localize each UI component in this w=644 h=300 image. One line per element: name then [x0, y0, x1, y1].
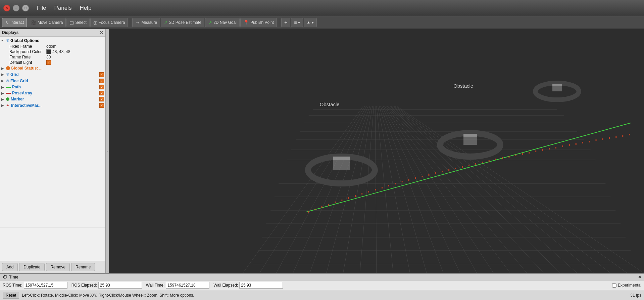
- marker-label: Marker: [11, 97, 99, 101]
- svg-rect-90: [629, 134, 630, 135]
- wall-time-input[interactable]: [166, 282, 209, 289]
- wall-elapsed-input[interactable]: [239, 282, 283, 289]
- focus-camera-button[interactable]: Focus Camera: [90, 18, 128, 27]
- interactive-marker-item[interactable]: ▶ ✦ InteractiveMar... ✓: [0, 102, 105, 109]
- ros-elapsed-label: ROS Elapsed:: [71, 283, 97, 288]
- panel-resize-handle[interactable]: ▸: [106, 29, 109, 273]
- path-checkbox[interactable]: ✓: [99, 85, 104, 89]
- close-button[interactable]: ✕: [3, 5, 10, 11]
- svg-rect-81: [569, 144, 570, 146]
- duplicate-button[interactable]: Duplicate: [19, 263, 45, 271]
- svg-text:Obstacle: Obstacle: [320, 101, 340, 107]
- reset-button[interactable]: Reset: [3, 292, 19, 299]
- publish-point-label: Publish Point: [250, 20, 274, 25]
- separator-2: [279, 18, 279, 27]
- hint-text-3: Right-Click/Mouse Wheel:: Zoom.: [98, 293, 158, 298]
- marker-checkbox[interactable]: ✓: [99, 97, 104, 101]
- publish-icon: 📍: [243, 20, 249, 25]
- svg-rect-59: [422, 176, 423, 177]
- wall-elapsed-field: Wall Elapsed:: [213, 282, 283, 289]
- nav-goal-label: 2D Nav Goal: [213, 20, 237, 25]
- grid-item[interactable]: ▶ ❄ Grid ✓: [0, 71, 105, 78]
- separator-1: [130, 18, 130, 27]
- pose-array-checkbox[interactable]: ✓: [99, 91, 104, 95]
- add-axes-button[interactable]: [281, 18, 290, 27]
- grid-checkbox[interactable]: ✓: [99, 72, 104, 77]
- add-button[interactable]: Add: [2, 263, 18, 271]
- move-camera-button[interactable]: 🎥 Move Camera: [28, 18, 66, 27]
- maximize-button[interactable]: □: [22, 5, 29, 11]
- panel-buttons: Add Duplicate Remove Rename: [0, 261, 105, 273]
- fine-grid-label: Fine Grid: [10, 79, 99, 83]
- path-item[interactable]: ▶ Path ✓: [0, 84, 105, 90]
- color-swatch: [46, 49, 51, 54]
- fine-grid-item[interactable]: ▶ ❄ Fine Grid ✓: [0, 78, 105, 84]
- svg-rect-56: [402, 181, 403, 182]
- menu-panels[interactable]: Panels: [54, 5, 71, 11]
- interactive-marker-checkbox[interactable]: ✓: [99, 103, 104, 108]
- interact-button[interactable]: Interact: [2, 18, 27, 27]
- wall-time-field: Wall Time:: [146, 282, 210, 289]
- lines-icon: [294, 20, 297, 25]
- snowflake-icon: ❄: [6, 38, 10, 43]
- pose-estimate-button[interactable]: 2D Pose Estimate: [161, 18, 204, 27]
- rename-button[interactable]: Rename: [71, 263, 95, 271]
- view-button[interactable]: [304, 18, 317, 27]
- pose-array-label: PoseArray: [12, 91, 99, 95]
- svg-rect-96: [463, 134, 477, 137]
- svg-rect-75: [529, 152, 530, 154]
- toolbar: Interact 🎥 Move Camera Select Focus Came…: [0, 16, 644, 29]
- svg-rect-58: [415, 177, 416, 179]
- remove-button[interactable]: Remove: [46, 263, 70, 271]
- svg-rect-63: [448, 169, 449, 171]
- expand-arrow-grid: ▶: [1, 73, 5, 76]
- select-icon: [69, 20, 74, 25]
- ros-time-input[interactable]: [24, 282, 67, 289]
- time-close[interactable]: ✕: [638, 275, 641, 280]
- time-header: ⏱ Time ✕: [0, 274, 644, 281]
- pose-icon: [164, 20, 168, 25]
- menu-help[interactable]: Help: [80, 5, 91, 11]
- svg-rect-76: [535, 151, 536, 152]
- svg-rect-66: [468, 165, 469, 166]
- minimize-button[interactable]: –: [13, 5, 19, 11]
- expand-arrow: ▾: [1, 39, 5, 42]
- marker-item[interactable]: ▶ Marker ✓: [0, 96, 105, 102]
- svg-rect-61: [435, 172, 436, 174]
- svg-rect-71: [502, 157, 503, 159]
- nav-goal-button[interactable]: 2D Nav Goal: [205, 18, 240, 27]
- publish-point-button[interactable]: 📍 Publish Point: [240, 18, 277, 27]
- svg-rect-44: [321, 206, 323, 208]
- viewport[interactable]: Obstacle Obstacle: [109, 29, 644, 273]
- select-button[interactable]: Select: [66, 18, 89, 27]
- wall-elapsed-label: Wall Elapsed:: [213, 283, 238, 288]
- wall-time-label: Wall Time:: [146, 283, 165, 288]
- svg-rect-87: [609, 137, 610, 139]
- menu-file[interactable]: File: [37, 5, 46, 11]
- default-light-checkbox[interactable]: ✓: [46, 60, 51, 65]
- global-options-item[interactable]: ▾ ❄ Global Options: [0, 37, 105, 44]
- time-panel: ⏱ Time ✕ ROS Time: ROS Elapsed: Wall Tim…: [0, 273, 644, 290]
- ros-time-field: ROS Time:: [3, 282, 67, 289]
- svg-rect-50: [361, 193, 362, 195]
- fine-grid-checkbox[interactable]: ✓: [99, 79, 104, 83]
- svg-rect-79: [555, 147, 556, 148]
- svg-rect-46: [335, 202, 336, 203]
- fine-grid-snowflake: ❄: [6, 78, 10, 83]
- ros-elapsed-input[interactable]: [98, 282, 142, 289]
- displays-close[interactable]: ✕: [99, 30, 103, 35]
- expand-arrow-im: ▶: [1, 103, 5, 107]
- time-title: Time: [9, 275, 18, 280]
- left-panel: Displays ✕ ▾ ❄ Global Options Fixed Fram…: [0, 29, 106, 273]
- experimental-checkbox[interactable]: [612, 283, 616, 288]
- pose-array-item[interactable]: ▶ PoseArray ✓: [0, 90, 105, 96]
- main-layout: Displays ✕ ▾ ❄ Global Options Fixed Fram…: [0, 29, 644, 273]
- fixed-frame-value: odom: [46, 44, 56, 49]
- path-label: Path: [12, 85, 99, 89]
- svg-rect-49: [355, 195, 356, 197]
- measure-icon: [135, 20, 140, 25]
- view-options-button[interactable]: [291, 18, 303, 27]
- svg-rect-86: [602, 138, 603, 140]
- global-status-item[interactable]: ▶ Global Status: ...: [0, 65, 105, 71]
- measure-button[interactable]: Measure: [132, 18, 160, 27]
